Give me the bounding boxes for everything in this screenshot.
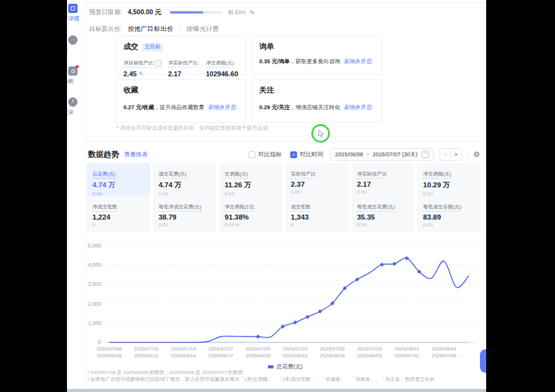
budget-amount: 4,500.00 元 bbox=[128, 8, 161, 17]
edit-roi-icon[interactable]: ✎ bbox=[138, 71, 143, 77]
metric-label: 成交花费(元) bbox=[159, 171, 187, 179]
budget-progress-bar bbox=[170, 11, 223, 14]
metric-card-net-actual-roi[interactable]: 净实际投产比 2.17 0.00 bbox=[352, 163, 415, 201]
metric-card-net-gmv-ratio[interactable]: 净交易额占比 91.38% 0.00% bbox=[219, 196, 282, 232]
date-range-picker[interactable]: 2025/06/08 ~ 2025/07/07 (30天) bbox=[331, 148, 433, 161]
metric-card-net-orders[interactable]: 净成交笔数 1,224 0 bbox=[87, 196, 150, 232]
horizontal-scrollbar[interactable] bbox=[67, 389, 486, 392]
metric-value: 1,224 bbox=[92, 213, 144, 221]
metric-card-net-gmv[interactable]: 净交易额(元) 10.29 万 0.00 bbox=[417, 163, 481, 201]
metric-label: 成交笔数 bbox=[291, 203, 311, 212]
budget-remaining: 剩 63% bbox=[228, 9, 246, 17]
metric-value: 2.17 bbox=[168, 70, 181, 78]
metric-compare: 0.00 bbox=[423, 222, 475, 228]
next-page-button[interactable]: > bbox=[450, 149, 461, 160]
adopt-enable-link[interactable]: 采纳并开启 bbox=[344, 58, 372, 65]
edit-budget-icon[interactable]: ✎ bbox=[250, 9, 255, 16]
sidebar-item-diagnose[interactable]: 诊断 bbox=[67, 66, 86, 86]
adopt-enable-link[interactable]: 采纳并开启 bbox=[208, 104, 236, 110]
svg-text:2025/07/23: 2025/07/23 bbox=[283, 346, 308, 352]
svg-text:2025/07/26: 2025/07/26 bbox=[320, 346, 345, 352]
metric-label: 净实际投产比 bbox=[357, 171, 387, 179]
goal-note: * 系统会尽可能达成你设置的目标，保持稳定投放有助于提升达成 bbox=[117, 125, 268, 132]
goal-bid-label: 目标及出价: bbox=[89, 25, 124, 33]
promo-detail-icon bbox=[68, 4, 78, 13]
date-start: 2025/06/08 bbox=[335, 151, 363, 158]
tab-bid-by-exposure[interactable]: 按曝光计费 bbox=[187, 25, 220, 33]
metric-value: 1,343 bbox=[291, 213, 343, 221]
metric-value: 2.37 bbox=[291, 180, 343, 188]
footnote-disclaimer: * 如果推广在暂停或删除前已经获得了曝光，那么在暂停或重建后展示「(净)交易额」… bbox=[87, 376, 435, 383]
adopt-enable-link[interactable]: 采纳并开启 bbox=[344, 104, 372, 110]
checkbox-checked[interactable]: ✓ bbox=[290, 151, 297, 158]
metric-compare: 0 bbox=[291, 222, 343, 228]
metric-compare: 0.00 bbox=[159, 222, 211, 228]
follow-price: 0.29 元/关注 bbox=[259, 104, 290, 110]
svg-text:2025/07/17: 2025/07/17 bbox=[208, 346, 234, 352]
diagnose-icon bbox=[68, 66, 78, 76]
metric-compare: 0.00 bbox=[357, 222, 409, 228]
svg-text:2025/06/20: 2025/06/20 bbox=[246, 353, 271, 359]
compare-metric-checkbox[interactable]: 对比指标 bbox=[249, 151, 282, 159]
metric-cards-row2: 净成交笔数 1,224 0 每笔净成交花费(元) 38.79 0.00 净交易额… bbox=[87, 196, 481, 232]
metric-label: 净交易额占比 bbox=[224, 203, 254, 212]
date-separator: ~ bbox=[366, 151, 369, 158]
metric-value: 2.45 bbox=[123, 70, 136, 78]
date-pager: < > bbox=[440, 148, 461, 161]
trend-header: 数据趋势 查看报表 对比指标 ✓ 对比时间 2025/06/08 ~ 2025/… bbox=[88, 148, 480, 161]
svg-text:5,000: 5,000 bbox=[88, 243, 102, 249]
svg-text:2025/06/14: 2025/06/14 bbox=[171, 353, 197, 359]
side-float-button[interactable] bbox=[480, 349, 486, 373]
metric-card-amount-per-order[interactable]: 每笔成交金额(元) 83.89 0.00 bbox=[417, 196, 481, 232]
sidebar-item-history[interactable]: 记录 bbox=[67, 97, 86, 117]
svg-text:2025/07/05: 2025/07/05 bbox=[432, 353, 457, 359]
date-end: 2025/07/07 (30天) bbox=[373, 151, 418, 159]
metric-label: 交易额(元) bbox=[224, 171, 247, 179]
info-icon[interactable] bbox=[154, 60, 161, 66]
compare-time-checkbox[interactable]: ✓ 对比时间 bbox=[290, 151, 323, 159]
prev-page-button[interactable]: < bbox=[440, 149, 450, 160]
sidebar-item-label: 诊断 bbox=[67, 78, 86, 86]
metric-label: 每笔成交金额(元) bbox=[423, 203, 461, 212]
svg-text:2025/06/26: 2025/06/26 bbox=[320, 353, 345, 359]
favorite-price: 0.27 元/收藏 bbox=[123, 104, 154, 110]
top-divider bbox=[77, 2, 486, 3]
favorite-desc: ，提升商品收藏数量 bbox=[154, 104, 205, 110]
metric-card-orders[interactable]: 成交笔数 1,343 0 bbox=[285, 196, 349, 232]
notification-dot bbox=[76, 65, 79, 68]
metric-value: 83.89 bbox=[423, 213, 475, 221]
metric-card-actual-roi[interactable]: 实际投产比 2.37 0.00 bbox=[285, 163, 349, 201]
trend-chart-svg: 01,0002,0003,0004,0005,0002025/07/082025… bbox=[87, 241, 484, 362]
sidebar-item-promo-detail[interactable]: 广详情 bbox=[67, 4, 86, 23]
metric-card-net-cost-per-order[interactable]: 每笔净成交花费(元) 38.79 0.00 bbox=[153, 196, 216, 232]
metric-card-cost-per-order[interactable]: 每笔成交花费(元) 35.35 0.00 bbox=[352, 196, 415, 232]
metric-card-gmv[interactable]: 交易额(元) 11.26 万 0.00 bbox=[219, 163, 282, 201]
metric-label: 净交易额(元) bbox=[423, 171, 451, 179]
metric-label: 净目标投产比 bbox=[123, 60, 153, 66]
sidebar-item-creative[interactable]: 意 bbox=[67, 35, 86, 55]
checkbox-unchecked[interactable] bbox=[249, 151, 255, 158]
sidebar-item-label: 意 bbox=[67, 47, 86, 55]
svg-text:2025/07/02: 2025/07/02 bbox=[394, 353, 420, 359]
settings-gear-icon[interactable]: ⚙ bbox=[473, 150, 480, 159]
budget-progress-fill bbox=[170, 11, 203, 14]
metric-label: 净交易额(元) bbox=[206, 60, 234, 66]
cursor-icon bbox=[317, 130, 324, 138]
svg-text:2025/06/08: 2025/06/08 bbox=[97, 353, 122, 359]
metric-label: 实际投产比 bbox=[291, 171, 316, 179]
view-report-link[interactable]: 查看报表 bbox=[124, 151, 148, 159]
tab-divider bbox=[180, 26, 180, 32]
tab-bid-by-goal[interactable]: 按推广目标出价 bbox=[128, 25, 174, 33]
svg-text:4,000: 4,000 bbox=[88, 262, 102, 268]
metric-card-deal-cost[interactable]: 成交花费(元) 4.74 万 0.00 bbox=[153, 163, 216, 201]
metric-value: 2.17 bbox=[357, 180, 409, 188]
svg-text:2025/07/14: 2025/07/14 bbox=[171, 346, 197, 352]
inquiry-price: 0.35 元/询单 bbox=[259, 58, 290, 65]
deal-metric-target-roi: 净目标投产比 2.45✎ bbox=[123, 56, 161, 78]
svg-text:2025/08/04: 2025/08/04 bbox=[432, 346, 457, 352]
metric-card-total-cost[interactable]: 总花费(元) 4.74 万 0.00 bbox=[87, 163, 150, 201]
compare-metric-label: 对比指标 bbox=[258, 151, 282, 159]
follow-desc: ，增强店铺关注转化 bbox=[290, 104, 340, 110]
daily-budget-row: 预算日限额: 4,500.00 元 剩 63% ✎ bbox=[89, 7, 255, 18]
click-indicator bbox=[311, 124, 330, 143]
